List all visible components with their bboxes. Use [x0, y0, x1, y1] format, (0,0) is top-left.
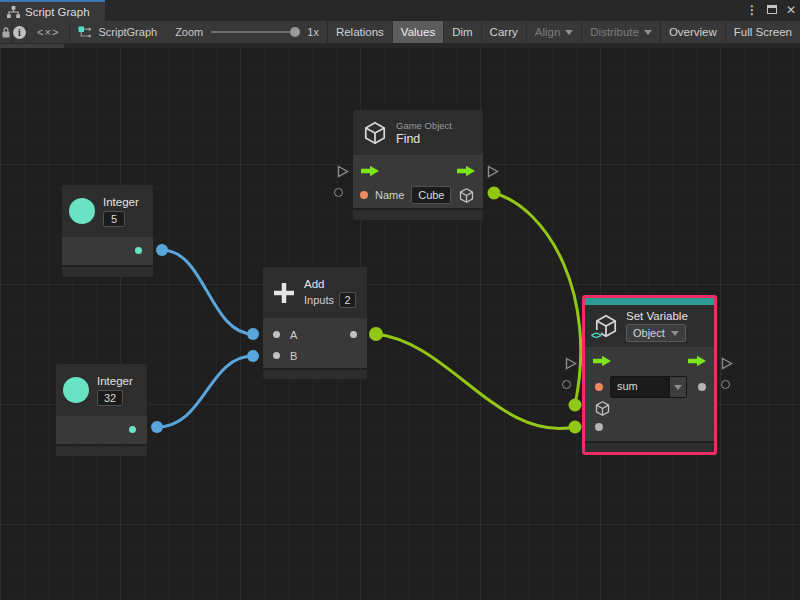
- window-maximize-icon[interactable]: [767, 0, 777, 21]
- flow-input-arrow-icon[interactable]: [592, 355, 612, 367]
- inputs-label: Inputs: [304, 294, 334, 306]
- horizontal-scrollbar-thumb[interactable]: [0, 44, 64, 48]
- output-port-sum[interactable]: [350, 331, 357, 338]
- hierarchy-icon: [7, 6, 20, 18]
- input-port-new-value[interactable]: [595, 423, 603, 431]
- code-preview-button[interactable]: <×>: [27, 21, 70, 43]
- flow-output-port-triangle[interactable]: [487, 165, 499, 178]
- value-output-port-circle[interactable]: [721, 380, 730, 389]
- zoom-slider[interactable]: [211, 31, 299, 33]
- output-port-integer[interactable]: [135, 247, 142, 254]
- chevron-down-icon: [644, 30, 652, 35]
- chevron-down-icon: [674, 385, 682, 390]
- output-port-value[interactable]: [698, 383, 706, 391]
- info-icon: i: [13, 26, 26, 39]
- integer-type-icon: [69, 198, 95, 224]
- tab-bar: Script Graph ⋮ ✕: [0, 0, 800, 21]
- graph-name: ScriptGraph: [98, 26, 157, 38]
- input-port-gameobject-icon[interactable]: [594, 400, 611, 417]
- node-integer-32[interactable]: Integer 32: [56, 364, 147, 456]
- code-x-icon: <×>: [37, 26, 59, 38]
- variable-name-value[interactable]: sum: [611, 377, 669, 397]
- zoom-slider-handle[interactable]: [290, 27, 300, 37]
- node-set-variable-selected[interactable]: <> Set Variable Object sum: [582, 295, 717, 455]
- integer-value-field[interactable]: 32: [97, 390, 123, 406]
- flow-output-arrow-icon[interactable]: [456, 165, 476, 177]
- output-port-integer[interactable]: [129, 426, 136, 433]
- zoom-label: Zoom: [175, 26, 203, 38]
- overview-button[interactable]: Overview: [660, 21, 725, 43]
- tab-title: Script Graph: [25, 6, 90, 18]
- input-port-a[interactable]: [273, 331, 280, 338]
- window-menu-icon[interactable]: ⋮: [746, 0, 758, 21]
- distribute-dropdown-button[interactable]: Distribute: [581, 21, 660, 43]
- variable-scope-dropdown[interactable]: Object: [626, 324, 686, 342]
- script-graph-window: Script Graph ⋮ ✕ i <×>: [0, 0, 800, 600]
- value-input-port-circle[interactable]: [562, 380, 571, 389]
- relations-button[interactable]: Relations: [327, 21, 392, 43]
- horizontal-scrollbar[interactable]: [0, 44, 800, 48]
- variable-node-accent-strip: [585, 298, 714, 305]
- set-variable-icon: <>: [593, 313, 619, 339]
- graph-toolbar: i <×> ScriptGraph Zoom 1x Relations Valu…: [0, 21, 800, 44]
- node-title: Add: [304, 278, 356, 290]
- align-dropdown-button[interactable]: Align: [526, 21, 582, 43]
- port-a-label: A: [290, 329, 297, 341]
- zoom-value: 1x: [307, 26, 319, 38]
- values-button[interactable]: Values: [392, 21, 443, 43]
- variable-name-dropdown-button[interactable]: [669, 377, 686, 397]
- breadcrumb[interactable]: ScriptGraph: [70, 21, 167, 43]
- graph-asset-icon: [78, 26, 92, 39]
- flow-output-port-triangle[interactable]: [721, 357, 733, 370]
- window-close-icon[interactable]: ✕: [786, 0, 796, 21]
- flow-input-arrow-icon[interactable]: [360, 165, 380, 177]
- variable-name-combobox[interactable]: sum: [610, 376, 687, 398]
- node-title: Set Variable: [626, 310, 688, 322]
- port-b-label: B: [290, 350, 297, 362]
- integer-type-icon: [63, 377, 89, 403]
- node-category: Game Object: [396, 120, 452, 131]
- node-gameobject-find[interactable]: Game Object Find Name Cube: [353, 110, 483, 220]
- full-screen-button[interactable]: Full Screen: [725, 21, 800, 43]
- node-title: Find: [396, 132, 452, 146]
- input-port-variable-name[interactable]: [595, 383, 603, 391]
- input-port-name[interactable]: [360, 191, 368, 199]
- flow-output-arrow-icon[interactable]: [687, 355, 707, 367]
- lock-button[interactable]: [0, 21, 13, 43]
- carry-button[interactable]: Carry: [481, 21, 526, 43]
- info-button[interactable]: i: [13, 21, 27, 43]
- integer-value-field[interactable]: 5: [103, 211, 125, 227]
- tab-script-graph[interactable]: Script Graph: [0, 0, 105, 21]
- node-title: Integer: [103, 196, 139, 208]
- name-label: Name: [375, 189, 404, 201]
- dim-button[interactable]: Dim: [443, 21, 480, 43]
- flow-input-port-triangle[interactable]: [337, 165, 349, 178]
- input-port-b[interactable]: [273, 352, 280, 359]
- chevron-down-icon: [671, 331, 679, 336]
- flow-input-port-triangle[interactable]: [565, 357, 577, 370]
- node-integer-5[interactable]: Integer 5: [62, 185, 153, 277]
- chevron-down-icon: [565, 30, 573, 35]
- inputs-count-field[interactable]: 2: [339, 292, 356, 308]
- lock-icon: [0, 26, 12, 39]
- gameobject-cube-icon: [362, 120, 388, 146]
- value-input-port-circle[interactable]: [334, 188, 343, 197]
- node-add[interactable]: Add Inputs 2 A B: [263, 267, 367, 379]
- node-title: Integer: [97, 375, 133, 387]
- output-port-gameobject-icon[interactable]: [458, 187, 475, 204]
- plus-icon: [273, 282, 295, 304]
- name-value-field[interactable]: Cube: [411, 186, 451, 204]
